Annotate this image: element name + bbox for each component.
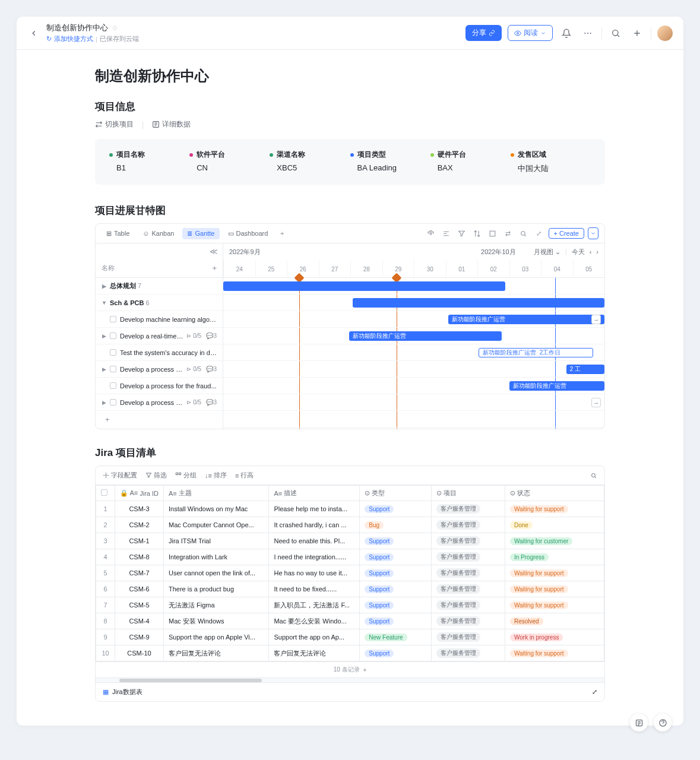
view-mode[interactable]: 月视图 ⌄	[534, 248, 560, 256]
checkbox[interactable]	[110, 316, 116, 322]
create-dropdown[interactable]	[588, 227, 598, 239]
datasource-label[interactable]: Jira数据表	[112, 688, 142, 696]
filter-icon[interactable]	[456, 227, 468, 239]
gantt-bar[interactable]: 2 工	[566, 365, 604, 374]
col-jira-id[interactable]: 🔒 A≡ Jira ID	[115, 486, 164, 501]
info-value: BAX	[430, 163, 511, 172]
read-button[interactable]: 阅读	[508, 25, 553, 41]
search-table-icon[interactable]	[590, 472, 597, 479]
more-icon[interactable]	[580, 26, 596, 41]
add-view-icon[interactable]: +	[276, 227, 288, 239]
tab-dashboard[interactable]: ▭Dashboard	[223, 228, 273, 239]
plus-icon[interactable]	[629, 26, 645, 41]
add-row-button[interactable]: +	[96, 411, 223, 428]
checkbox[interactable]	[110, 382, 116, 389]
detail-data-button[interactable]: 详细数据	[152, 119, 191, 129]
create-button[interactable]: +Create	[549, 228, 584, 239]
sort-icon[interactable]	[471, 227, 483, 239]
table-row[interactable]: 1 CSM-3 Install Windows on my Mac Please…	[96, 501, 604, 517]
swap-icon[interactable]: ⇄	[502, 227, 514, 239]
col-project[interactable]: ⊙ 项目	[431, 486, 505, 501]
table-row[interactable]: 5 CSM-7 User cannot open the link of... …	[96, 565, 604, 581]
svg-point-8	[521, 231, 525, 235]
table-row[interactable]: 10 CSM-10 客户回复无法评论 客户回复无法评论 Support 客户服务…	[96, 645, 604, 661]
gantt-group-row[interactable]: ▼Sch & PCB 6	[96, 294, 223, 311]
gantt-task-row[interactable]: ▶Develop a process for t...⊳ 0/5 💬3	[96, 394, 223, 411]
tab-table[interactable]: ⊞Table	[102, 228, 134, 239]
gantt-day-header: 24	[223, 260, 255, 278]
gantt-group-row[interactable]: ▶总体规划 7	[96, 278, 223, 294]
gantt-day-header: 01	[446, 260, 478, 278]
sort-button[interactable]: ↓≡排序	[205, 471, 227, 480]
gantt-day-header: 03	[509, 260, 541, 278]
bar-scroll-right-icon[interactable]: →	[591, 315, 601, 324]
section-jira-title: Jira 项目清单	[95, 446, 605, 460]
info-label: 发售区域	[511, 150, 591, 160]
tab-kanban[interactable]: ☺Kanban	[138, 228, 179, 239]
tab-gantte[interactable]: ≣Gantte	[182, 228, 219, 239]
float-list-icon[interactable]	[630, 714, 648, 732]
add-column-icon[interactable]: +	[212, 264, 217, 273]
gantt-task-row[interactable]: Develop a process for the fraud...	[96, 378, 223, 394]
svg-point-2	[587, 32, 588, 33]
row-height-button[interactable]: ≡行高	[235, 471, 254, 480]
svg-point-12	[592, 473, 596, 477]
gantt-day-header: 30	[414, 260, 446, 278]
checkbox[interactable]	[110, 399, 116, 406]
gantt-bar[interactable]: 新功能阶段推广运营	[448, 315, 604, 324]
gantt-group-row[interactable]: ▶Mechanical 8	[96, 428, 223, 429]
search-gantt-icon[interactable]	[518, 227, 530, 239]
fields-config-button[interactable]: 字段配置	[103, 471, 137, 480]
col-desc[interactable]: A≡ 描述	[269, 486, 360, 501]
checkbox[interactable]	[110, 366, 116, 372]
table-row[interactable]: 6 CSM-6 There is a product bug It need t…	[96, 581, 604, 597]
collapse-left-icon[interactable]: ≪	[210, 247, 218, 256]
gantt-task-row[interactable]: ▶Develop a process for...⊳ 0/5 💬3	[96, 361, 223, 378]
prev-icon[interactable]: ‹	[590, 248, 592, 255]
group-button[interactable]: 分组	[175, 471, 197, 480]
gantt-bar[interactable]: 新功能阶段推广运营	[509, 381, 605, 391]
breadcrumb-title: 制造创新协作中心	[46, 23, 108, 33]
datasource-icon: ▦	[103, 688, 109, 696]
bell-icon[interactable]	[559, 26, 574, 41]
gantt-day-header: 27	[319, 260, 351, 278]
row-scroll-right-icon[interactable]: →	[591, 398, 601, 407]
float-help-icon[interactable]	[654, 714, 672, 732]
star-icon[interactable]: ☆	[112, 24, 118, 32]
svg-rect-7	[490, 231, 495, 236]
gear-icon[interactable]	[425, 227, 437, 239]
search-icon[interactable]	[608, 26, 623, 41]
avatar[interactable]	[657, 26, 673, 41]
table-row[interactable]: 9 CSM-9 Support the app on Apple Vi... S…	[96, 629, 604, 645]
row-height-icon[interactable]	[487, 227, 499, 239]
expand-table-icon[interactable]: ⤢	[592, 688, 597, 696]
table-row[interactable]: 2 CSM-2 Mac Computer Cannot Ope... It cr…	[96, 517, 604, 533]
back-button[interactable]	[27, 27, 40, 40]
table-scrollbar[interactable]	[96, 677, 604, 682]
next-icon[interactable]: ›	[596, 248, 598, 255]
col-type[interactable]: ⊙ 类型	[360, 486, 431, 501]
table-row[interactable]: 4 CSM-8 Integration with Lark I need the…	[96, 549, 604, 565]
col-subject[interactable]: A≡ 主题	[164, 486, 269, 501]
gantt-task-row[interactable]: Test the system's accuracy in detecti...	[96, 344, 223, 361]
info-value: CN	[189, 163, 270, 172]
table-row[interactable]: 7 CSM-5 无法激活 Figma 新入职员工，无法激活 F... Suppo…	[96, 597, 604, 613]
col-checkbox[interactable]	[96, 486, 115, 501]
share-button[interactable]: 分享	[465, 25, 502, 41]
add-shortcut-link[interactable]: 添加快捷方式	[54, 34, 93, 43]
today-button[interactable]: 今天	[572, 248, 585, 256]
checkbox[interactable]	[110, 349, 116, 356]
settings-icon[interactable]	[441, 227, 452, 239]
checkbox[interactable]	[110, 332, 116, 339]
table-row[interactable]: 3 CSM-1 Jira ITSM Trial Need to enable t…	[96, 533, 604, 549]
expand-icon[interactable]: ⤢	[533, 227, 545, 239]
switch-project-button[interactable]: 切换项目	[95, 119, 134, 129]
gantt-bar[interactable]: 新功能阶段推广运营	[349, 331, 502, 341]
gantt-task-row[interactable]: ▶Develop a real-time aler...⊳ 0/5 💬3	[96, 328, 223, 344]
svg-point-0	[517, 32, 519, 34]
gantt-bar[interactable]: 新功能阶段推广运营 2工作日	[479, 348, 593, 357]
gantt-task-row[interactable]: Develop machine learning algorithms...	[96, 311, 223, 328]
col-status[interactable]: ⊙ 状态	[505, 486, 604, 501]
table-row[interactable]: 8 CSM-4 Mac 安装 Windows Mac 要怎么安装 Windo..…	[96, 613, 604, 629]
filter-button[interactable]: 筛选	[145, 471, 167, 480]
